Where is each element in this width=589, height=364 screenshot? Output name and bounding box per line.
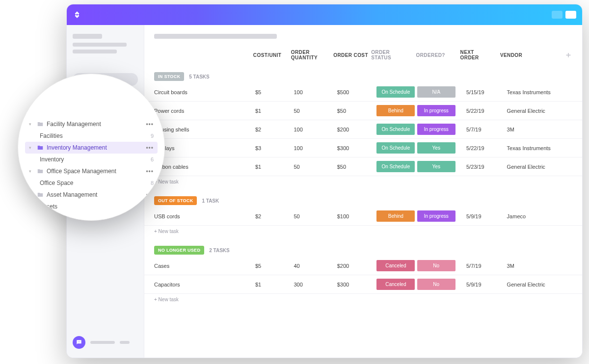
- col-ordered[interactable]: ORDERED?: [411, 52, 451, 58]
- table-row[interactable]: Cases$540$200CanceledNo5/7/193M: [144, 257, 582, 275]
- sidebar-folder[interactable]: ▾Office Space Management•••: [25, 165, 158, 177]
- cell-cost: $5: [255, 263, 294, 269]
- skeleton-line: [120, 341, 130, 344]
- more-icon[interactable]: •••: [146, 121, 154, 128]
- cell-qty: 100: [294, 89, 337, 95]
- table-row[interactable]: USB cords$250$100BehindIn progress5/9/19…: [144, 207, 582, 226]
- chat-icon[interactable]: [73, 336, 85, 349]
- chevron-down-icon: ▾: [29, 192, 34, 197]
- sidebar-folder[interactable]: ▾Facility Management•••: [25, 118, 158, 130]
- cell-cost: $1: [255, 108, 294, 114]
- status-badge[interactable]: Canceled: [376, 279, 415, 290]
- list-count: 8: [151, 180, 154, 186]
- list-label: Assets: [40, 203, 145, 210]
- svg-point-1: [79, 341, 79, 342]
- cell-order-cost: $50: [337, 108, 375, 114]
- sidebar-list[interactable]: Facilities9: [25, 130, 158, 142]
- col-qty[interactable]: ORDER QUANTITY: [291, 50, 334, 60]
- ordered-badge[interactable]: In progress: [417, 124, 455, 135]
- cell-order-cost: $50: [337, 164, 375, 170]
- sidebar-zoom-popover: ▾Facility Management•••Facilities9▾Inven…: [18, 74, 165, 221]
- window-control-min[interactable]: [552, 11, 562, 19]
- status-badge[interactable]: On Schedule: [376, 161, 415, 172]
- table-row[interactable]: Displays$3100$300On ScheduleYes5/22/19Te…: [144, 139, 582, 157]
- new-task-button[interactable]: + New task: [144, 176, 582, 187]
- table-row[interactable]: Ribbon cables$150$50On ScheduleYes5/23/1…: [144, 157, 582, 176]
- cell-order-cost: $100: [337, 213, 375, 219]
- col-vendor[interactable]: VENDOR: [493, 52, 564, 58]
- list-label: Office Space: [40, 180, 148, 186]
- chevron-down-icon: ▾: [29, 122, 34, 127]
- cell-name: Displays: [154, 145, 255, 151]
- folder-icon: [37, 144, 44, 151]
- cell-name: Capacitors: [154, 282, 255, 287]
- status-badge[interactable]: On Schedule: [376, 86, 415, 98]
- col-status[interactable]: ORDER STATUS: [371, 50, 411, 60]
- folder-label: Inventory Management: [47, 144, 143, 151]
- column-headers: COST/UNIT ORDER QUANTITY ORDER COST ORDE…: [144, 47, 582, 63]
- cell-order-cost: $200: [337, 127, 375, 132]
- window-control-max[interactable]: [565, 11, 576, 19]
- table-row[interactable]: Power cords$150$50BehindIn progress5/22/…: [144, 102, 582, 120]
- sidebar-folder[interactable]: ▾Asset Management•••: [25, 189, 158, 201]
- sidebar-tree: ▾Facility Management•••Facilities9▾Inven…: [25, 118, 158, 212]
- cell-vendor: Jameco: [500, 213, 572, 219]
- skeleton-line: [73, 50, 117, 53]
- add-column-icon[interactable]: ＋: [564, 50, 572, 60]
- folder-label: Office Space Management: [47, 168, 143, 175]
- ordered-badge[interactable]: No: [417, 279, 455, 290]
- cell-cost: $5: [255, 89, 294, 95]
- list-label: Facilities: [40, 132, 148, 139]
- group-header[interactable]: NO LONGER USED2 TASKS: [144, 244, 582, 257]
- new-task-button[interactable]: + New task: [144, 294, 582, 305]
- ordered-badge[interactable]: No: [417, 260, 455, 271]
- svg-point-2: [80, 341, 80, 342]
- group-tag: NO LONGER USED: [154, 246, 204, 255]
- more-icon[interactable]: •••: [146, 144, 154, 151]
- sidebar-folder[interactable]: ▾Inventory Management•••: [25, 142, 158, 154]
- cell-name: Power cords: [154, 108, 255, 114]
- group-tag: OUT OF STOCK: [154, 196, 197, 205]
- ordered-badge[interactable]: In progress: [417, 105, 455, 116]
- col-cost[interactable]: COST/UNIT: [253, 52, 291, 58]
- group-header[interactable]: IN STOCK5 TASKS: [144, 70, 582, 83]
- status-badge[interactable]: Behind: [376, 105, 415, 116]
- main-area: COST/UNIT ORDER QUANTITY ORDER COST ORDE…: [144, 25, 582, 358]
- group-header[interactable]: OUT OF STOCK1 TASK: [144, 194, 582, 207]
- ordered-badge[interactable]: N/A: [417, 86, 455, 98]
- group-count: 1 TASK: [202, 198, 219, 204]
- table-row[interactable]: Capacitors$1300$300CanceledNo5/9/19Gener…: [144, 275, 582, 294]
- sidebar-footer: [73, 336, 138, 349]
- new-task-button[interactable]: + New task: [144, 226, 582, 237]
- ordered-badge[interactable]: Yes: [417, 142, 455, 154]
- cell-order-cost: $500: [337, 89, 375, 95]
- col-order-cost[interactable]: ORDER COST: [333, 52, 371, 58]
- status-badge[interactable]: On Schedule: [376, 124, 415, 135]
- table-row[interactable]: Housing shells$2100$200On ScheduleIn pro…: [144, 120, 582, 139]
- ordered-badge[interactable]: In progress: [417, 210, 455, 222]
- cell-order-cost: $200: [337, 263, 375, 269]
- cell-qty: 50: [294, 108, 337, 114]
- group-tag: IN STOCK: [154, 72, 184, 81]
- more-icon[interactable]: •••: [146, 168, 154, 175]
- cell-name: Housing shells: [154, 127, 255, 132]
- cell-next-order: 5/7/19: [456, 127, 500, 132]
- cell-next-order: 5/22/19: [456, 108, 500, 114]
- col-next-order[interactable]: NEXT ORDER: [451, 50, 493, 60]
- cell-cost: $2: [255, 127, 294, 132]
- folder-icon: [37, 191, 44, 198]
- folder-label: Facility Management: [47, 121, 143, 128]
- list-count: 9: [151, 133, 154, 139]
- status-badge[interactable]: On Schedule: [376, 142, 415, 154]
- table-row[interactable]: Circuit boards$5100$500On ScheduleN/A5/1…: [144, 83, 582, 102]
- skeleton-line: [73, 43, 127, 47]
- svg-point-0: [78, 341, 79, 342]
- status-badge[interactable]: Behind: [376, 210, 415, 222]
- cell-vendor: 3M: [500, 263, 572, 269]
- sidebar-list[interactable]: Office Space8: [25, 177, 158, 189]
- window-controls: [552, 11, 576, 19]
- sidebar-list[interactable]: Inventory6: [25, 154, 158, 165]
- ordered-badge[interactable]: Yes: [417, 161, 455, 172]
- group-count: 5 TASKS: [189, 74, 210, 79]
- status-badge[interactable]: Canceled: [376, 260, 415, 271]
